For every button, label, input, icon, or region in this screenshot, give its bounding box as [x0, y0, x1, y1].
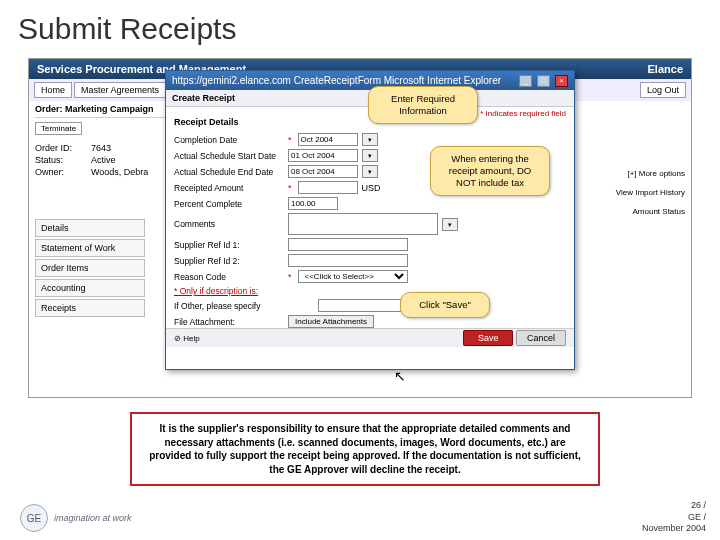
- owner-label: Owner:: [35, 167, 85, 177]
- status-value: Active: [91, 155, 116, 165]
- percent-field[interactable]: [288, 197, 338, 210]
- amount-status-label: Amount Status: [595, 207, 685, 216]
- tab-details[interactable]: Details: [35, 219, 145, 237]
- ge-logo-icon: GE: [20, 504, 48, 532]
- modal-body: * Indicates required field Receipt Detai…: [166, 107, 574, 347]
- attach-button[interactable]: Include Attachments: [288, 315, 374, 328]
- ref1-field[interactable]: [288, 238, 408, 251]
- end-date-field[interactable]: [288, 165, 358, 178]
- end-date-label: Actual Schedule End Date: [174, 167, 284, 177]
- start-date-label: Actual Schedule Start Date: [174, 151, 284, 161]
- terminate-button[interactable]: Terminate: [35, 122, 82, 135]
- attach-label: File Attachment:: [174, 317, 284, 327]
- amount-label: Receipted Amount: [174, 183, 284, 193]
- required-star-icon: *: [288, 183, 292, 193]
- start-date-field[interactable]: [288, 149, 358, 162]
- ref1-label: Supplier Ref Id 1:: [174, 240, 284, 250]
- tab-accounting[interactable]: Accounting: [35, 279, 145, 297]
- footer-left: GE imagination at work: [20, 504, 132, 532]
- maximize-icon[interactable]: □: [537, 75, 550, 87]
- percent-label: Percent Complete: [174, 199, 284, 209]
- callout-no-tax: When entering the receipt amount, DO NOT…: [430, 146, 550, 196]
- tagline: imagination at work: [54, 513, 132, 523]
- page-number: 26 /: [642, 500, 706, 511]
- close-icon[interactable]: ×: [555, 75, 568, 87]
- callout-enter-required: Enter Required Information: [368, 86, 478, 124]
- right-column: [+] More options View Import History Amo…: [595, 159, 685, 226]
- app-header-right: Elance: [648, 63, 683, 75]
- modal-footer: ⊘ Help Save Cancel: [166, 328, 574, 347]
- other-label: If Other, please specify: [174, 301, 314, 311]
- completion-date-field[interactable]: [298, 133, 358, 146]
- tab-receipts[interactable]: Receipts: [35, 299, 145, 317]
- save-button[interactable]: Save: [463, 330, 514, 346]
- dropdown-icon[interactable]: ▾: [362, 133, 378, 146]
- footer-right: 26 / GE / November 2004: [642, 500, 706, 534]
- more-options-link[interactable]: [+] More options: [595, 169, 685, 178]
- reason-select[interactable]: <<Click to Select>>: [298, 270, 408, 283]
- callout-click-save: Click "Save": [400, 292, 490, 318]
- nav-home[interactable]: Home: [34, 82, 72, 98]
- owner-value: Woods, Debra: [91, 167, 148, 177]
- tab-order-items[interactable]: Order Items: [35, 259, 145, 277]
- modal-titlebar: https://gemini2.elance.com CreateReceipt…: [166, 71, 574, 90]
- org-label: GE /: [642, 512, 706, 523]
- cancel-button[interactable]: Cancel: [516, 330, 566, 346]
- amount-unit: USD: [362, 183, 381, 193]
- reason-label: Reason Code: [174, 272, 284, 282]
- order-title: Order: Marketing Campaign: [35, 101, 165, 118]
- order-id-label: Order ID:: [35, 143, 85, 153]
- import-history-link[interactable]: View Import History: [595, 188, 685, 197]
- window-buttons: _ □ ×: [517, 74, 568, 87]
- required-note: * Indicates required field: [480, 109, 566, 118]
- calendar-icon[interactable]: ▾: [362, 165, 378, 178]
- help-link[interactable]: ⊘ Help: [174, 334, 200, 343]
- nav-master-agreements[interactable]: Master Agreements: [74, 82, 166, 98]
- required-star-icon: *: [288, 135, 292, 145]
- tab-sow[interactable]: Statement of Work: [35, 239, 145, 257]
- modal-title-text: https://gemini2.elance.com CreateReceipt…: [172, 75, 501, 86]
- slide-title: Submit Receipts: [0, 0, 720, 54]
- ref2-label: Supplier Ref Id 2:: [174, 256, 284, 266]
- side-tabs: Details Statement of Work Order Items Ac…: [35, 219, 145, 319]
- amount-field[interactable]: [298, 181, 358, 194]
- status-label: Status:: [35, 155, 85, 165]
- comments-label: Comments: [174, 219, 284, 229]
- descr-note: * Only if description is:: [174, 286, 284, 296]
- required-star-icon: *: [288, 272, 292, 282]
- dropdown-icon[interactable]: ▾: [442, 218, 458, 231]
- minimize-icon[interactable]: _: [519, 75, 532, 87]
- order-id-value: 7643: [91, 143, 111, 153]
- order-panel: Order: Marketing Campaign Terminate Orde…: [35, 101, 165, 179]
- footer-date: November 2004: [642, 523, 706, 534]
- comments-field[interactable]: [288, 213, 438, 235]
- nav-logout[interactable]: Log Out: [640, 82, 686, 98]
- completion-date-label: Completion Date: [174, 135, 284, 145]
- calendar-icon[interactable]: ▾: [362, 149, 378, 162]
- cursor-icon: ↖: [394, 368, 406, 384]
- ref2-field[interactable]: [288, 254, 408, 267]
- red-note-box: It is the supplier's responsibility to e…: [130, 412, 600, 486]
